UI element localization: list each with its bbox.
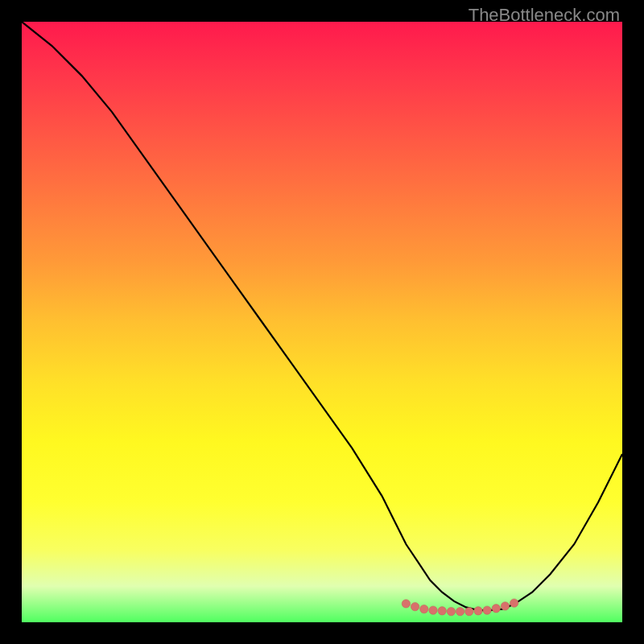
chart-svg [22, 22, 622, 622]
highlight-dot [447, 607, 455, 615]
highlight-dot [402, 600, 410, 608]
watermark-text: TheBottleneck.com [469, 5, 620, 26]
chart-plot-area [22, 22, 622, 622]
highlight-dot [420, 605, 428, 613]
highlight-dot [465, 607, 473, 615]
highlight-dot [501, 602, 509, 610]
highlight-dot [483, 606, 491, 614]
bottleneck-curve [22, 22, 622, 610]
highlight-dot [456, 607, 464, 615]
highlight-dots [402, 599, 518, 616]
highlight-dot [438, 607, 446, 615]
highlight-dot [429, 606, 437, 614]
highlight-dot [510, 599, 518, 607]
highlight-dot [411, 602, 419, 610]
highlight-dot [492, 605, 500, 613]
highlight-dot [474, 607, 482, 615]
